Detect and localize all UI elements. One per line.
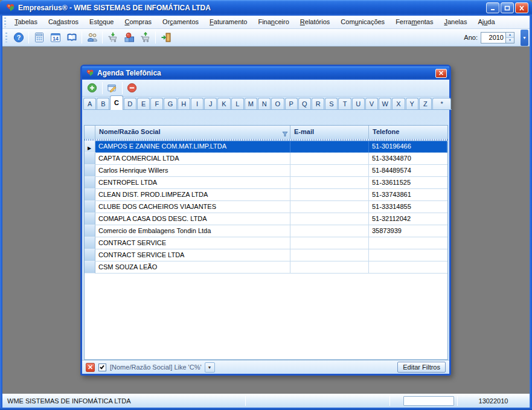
tab-h[interactable]: H (178, 98, 190, 110)
table-row[interactable]: ▶CLUBE DOS CACHEIROS VIAJANTES51-3331485… (85, 201, 447, 213)
tab-r[interactable]: R (312, 98, 324, 110)
cell-email[interactable] (290, 213, 369, 225)
cell-phone[interactable] (369, 261, 447, 274)
tab-q[interactable]: Q (298, 98, 311, 110)
cell-email[interactable] (290, 201, 369, 213)
cell-name[interactable]: CONTRACT SERVICE LTDA (95, 249, 290, 261)
help-button[interactable]: ? (10, 30, 27, 45)
cell-phone[interactable]: 51-33434870 (369, 153, 447, 165)
tab-g[interactable]: G (164, 98, 176, 110)
table-row[interactable]: ▶CSM SOUZA LEÃO (85, 261, 447, 274)
cell-name[interactable]: CLEAN DIST. PROD.LIMPEZA LTDA (95, 189, 290, 201)
table-row[interactable]: ▶COMAPLA CASA DOS DESC. LTDA51-32112042 (85, 213, 447, 225)
tab-o[interactable]: O (271, 98, 284, 110)
column-header-phone[interactable]: Telefone (369, 126, 447, 139)
menu-item-faturamento[interactable]: Faturamento (204, 16, 252, 28)
tab-u[interactable]: U (352, 98, 365, 110)
cell-phone[interactable]: 51-33314855 (369, 201, 447, 213)
menu-item-orcamentos[interactable]: Orçamentos (157, 16, 204, 28)
tab-j[interactable]: J (204, 98, 217, 110)
cell-name[interactable]: CONTRACT SERVICE (95, 237, 290, 249)
year-spinner[interactable]: 2010 ▲ ▼ (481, 32, 514, 43)
menu-item-ferramentas[interactable]: Ferramentas (390, 16, 438, 28)
sales-cart-button[interactable] (137, 30, 153, 45)
table-row[interactable]: ▶CAMPOS E ZANINE COM.MAT.LIMP.LTDA51-301… (85, 141, 447, 153)
clients-button[interactable] (84, 30, 100, 45)
cell-phone[interactable]: 51-33743861 (369, 189, 447, 201)
menu-item-compras[interactable]: Compras (119, 16, 157, 28)
filter-close-button[interactable] (86, 363, 95, 372)
menu-item-tabelas[interactable]: Tabelas (9, 16, 43, 28)
tab-i[interactable]: I (191, 98, 204, 110)
table-row[interactable]: ▶CONTRACT SERVICE LTDA (85, 249, 447, 261)
cell-email[interactable] (290, 141, 369, 153)
minimize-button[interactable] (486, 2, 499, 13)
tab-p[interactable]: P (285, 98, 298, 110)
cell-email[interactable] (290, 153, 369, 165)
cell-phone[interactable] (369, 249, 447, 261)
cell-email[interactable] (290, 177, 369, 189)
products-button[interactable] (121, 30, 137, 45)
cell-phone[interactable]: 51-32112042 (369, 213, 447, 225)
cell-email[interactable] (290, 165, 369, 177)
cell-name[interactable]: CAMPOS E ZANINE COM.MAT.LIMP.LTDA (95, 141, 290, 153)
table-row[interactable]: ▶Comercio de Embalagens Tondin Ltda35873… (85, 225, 447, 237)
toolbar-overflow-button[interactable]: ▼ (521, 30, 528, 46)
cell-phone[interactable]: 51-84489574 (369, 165, 447, 177)
edit-filters-button[interactable]: Editar Filtros (397, 362, 446, 373)
cell-name[interactable]: CENTROPEL LTDA (95, 177, 290, 189)
exit-button[interactable] (158, 30, 174, 45)
tab-z[interactable]: Z (419, 98, 432, 110)
table-row[interactable]: ▶CENTROPEL LTDA51-33611525 (85, 177, 447, 189)
table-row[interactable]: ▶CAPTA COMERCIAL LTDA51-33434870 (85, 153, 447, 165)
tab-v[interactable]: V (365, 98, 378, 110)
tab-c[interactable]: C (110, 95, 123, 110)
menu-item-janelas[interactable]: Janelas (439, 16, 473, 28)
tab-star[interactable]: * (432, 98, 451, 110)
calculator-button[interactable] (31, 30, 47, 45)
menu-item-estoque[interactable]: Estoque (84, 16, 119, 28)
menu-item-ajuda[interactable]: Ajuda (472, 16, 500, 28)
spin-up-icon[interactable]: ▲ (506, 33, 514, 38)
maximize-button[interactable] (501, 2, 514, 13)
cell-name[interactable]: CSM SOUZA LEÃO (95, 261, 290, 274)
menu-item-comunicacoes[interactable]: Comunicações (335, 16, 390, 28)
table-row[interactable]: ▶CLEAN DIST. PROD.LIMPEZA LTDA51-3374386… (85, 189, 447, 201)
cell-name[interactable]: CAPTA COMERCIAL LTDA (95, 153, 290, 165)
column-header-name[interactable]: Nome/Razão Social (95, 126, 290, 139)
tab-b[interactable]: B (97, 98, 109, 110)
tab-l[interactable]: L (231, 98, 244, 110)
filter-funnel-icon[interactable] (282, 129, 288, 135)
delete-button[interactable] (124, 81, 140, 95)
tab-e[interactable]: E (137, 98, 150, 110)
menu-item-relatorios[interactable]: Relatórios (295, 16, 336, 28)
cell-email[interactable] (290, 237, 369, 249)
tab-m[interactable]: M (245, 98, 257, 110)
tab-a[interactable]: A (83, 98, 96, 110)
cell-name[interactable]: Carlos Henrique Willers (95, 165, 290, 177)
tab-n[interactable]: N (258, 98, 271, 110)
add-button[interactable] (85, 81, 100, 95)
spin-down-icon[interactable]: ▼ (506, 38, 514, 43)
filter-dropdown-button[interactable]: ▼ (205, 362, 215, 373)
cell-email[interactable] (290, 225, 369, 237)
tab-s[interactable]: S (325, 98, 338, 110)
book-button[interactable] (63, 30, 80, 45)
tab-d[interactable]: D (124, 98, 136, 110)
cell-phone[interactable] (369, 237, 447, 249)
cell-phone[interactable]: 51-33611525 (369, 177, 447, 189)
calendar-button[interactable]: 14 (47, 30, 63, 45)
cell-name[interactable]: COMAPLA CASA DOS DESC. LTDA (95, 213, 290, 225)
close-button[interactable] (515, 2, 528, 13)
cell-email[interactable] (290, 249, 369, 261)
tab-k[interactable]: K (217, 98, 230, 110)
column-header-email[interactable]: E-mail (290, 126, 369, 139)
cell-phone[interactable]: 51-30196466 (369, 141, 447, 153)
cell-email[interactable] (290, 189, 369, 201)
tab-y[interactable]: Y (406, 98, 418, 110)
tab-t[interactable]: T (338, 98, 351, 110)
table-row[interactable]: ▶CONTRACT SERVICE (85, 237, 447, 249)
table-row[interactable]: ▶Carlos Henrique Willers51-84489574 (85, 165, 447, 177)
filter-checkbox[interactable] (98, 364, 106, 371)
edit-button[interactable] (104, 81, 120, 95)
